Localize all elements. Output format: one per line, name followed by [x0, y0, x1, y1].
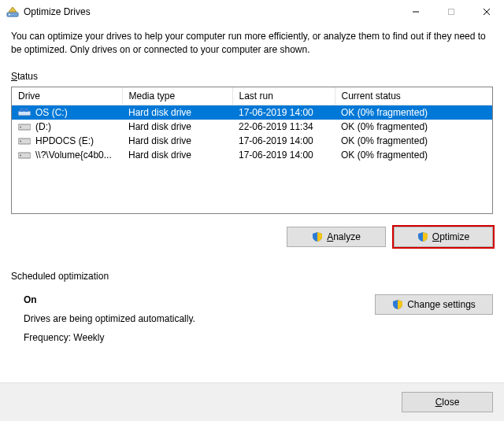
scheduled-optimization-box: On Drives are being optimized automatica…	[11, 286, 493, 351]
table-row[interactable]: \\?\Volume{c4b0...Hard disk drive17-06-2…	[12, 148, 492, 162]
scheduled-state: On	[24, 294, 375, 305]
scheduled-optimization-label: Scheduled optimization	[11, 271, 493, 282]
drive-name: \\?\Volume{c4b0...	[35, 150, 112, 161]
status-label: Status	[11, 71, 493, 82]
drive-lastrun: 22-06-2019 11:34	[232, 120, 335, 134]
description-text: You can optimize your drives to help you…	[11, 30, 493, 57]
analyze-label: Analyze	[327, 231, 361, 242]
svg-rect-3	[448, 9, 454, 15]
optimize-button[interactable]: Optimize	[394, 227, 493, 247]
minimize-button[interactable]	[398, 0, 433, 24]
drives-table-container: Drive Media type Last run Current status…	[11, 87, 493, 214]
col-lastrun[interactable]: Last run	[232, 87, 335, 105]
col-status[interactable]: Current status	[335, 87, 492, 105]
os-drive-icon	[18, 108, 31, 117]
drive-name: (D:)	[35, 121, 51, 132]
shield-icon	[392, 299, 403, 310]
svg-point-10	[20, 126, 21, 127]
drive-status: OK (0% fragmented)	[335, 105, 492, 120]
shield-icon	[312, 231, 323, 242]
hdd-drive-icon	[18, 150, 31, 160]
svg-point-1	[9, 14, 10, 16]
shield-icon	[417, 231, 428, 242]
scheduled-desc: Drives are being optimized automatically…	[24, 313, 375, 324]
window-controls	[398, 0, 504, 24]
col-media[interactable]: Media type	[122, 87, 232, 105]
analyze-button[interactable]: Analyze	[287, 227, 386, 247]
drive-media: Hard disk drive	[122, 105, 232, 120]
scheduled-info: On Drives are being optimized automatica…	[11, 294, 375, 351]
maximize-button	[433, 0, 469, 24]
window-title: Optimize Drives	[24, 6, 91, 17]
content-area: You can optimize your drives to help you…	[0, 24, 504, 382]
app-icon	[6, 6, 19, 18]
bottom-bar: Close	[0, 382, 504, 421]
close-button[interactable]: Close	[402, 392, 493, 412]
drive-media: Hard disk drive	[122, 120, 232, 134]
change-settings-button[interactable]: Change settings	[375, 294, 493, 315]
drive-media: Hard disk drive	[122, 148, 232, 162]
drive-lastrun: 17-06-2019 14:00	[232, 105, 335, 120]
drive-name: OS (C:)	[35, 107, 68, 118]
hdd-drive-icon	[18, 122, 31, 131]
svg-rect-7	[20, 108, 24, 112]
titlebar: Optimize Drives	[0, 0, 504, 24]
drive-media: Hard disk drive	[122, 134, 232, 148]
svg-rect-8	[24, 108, 28, 112]
close-label: Close	[435, 397, 460, 408]
close-window-button[interactable]	[469, 0, 504, 24]
scheduled-frequency: Frequency: Weekly	[24, 332, 375, 343]
drive-status: OK (0% fragmented)	[335, 148, 492, 162]
svg-point-14	[20, 154, 21, 156]
drive-status: OK (0% fragmented)	[335, 120, 492, 134]
svg-point-12	[20, 140, 21, 142]
drive-lastrun: 17-06-2019 14:00	[232, 148, 335, 162]
table-header-row[interactable]: Drive Media type Last run Current status	[12, 87, 492, 105]
table-row[interactable]: HPDOCS (E:)Hard disk drive17-06-2019 14:…	[12, 134, 492, 148]
change-settings-label: Change settings	[407, 299, 476, 310]
drive-actions: Analyze Optimize	[11, 227, 493, 247]
drive-status: OK (0% fragmented)	[335, 134, 492, 148]
drives-table[interactable]: Drive Media type Last run Current status…	[12, 87, 492, 162]
col-drive[interactable]: Drive	[12, 87, 122, 105]
drive-name: HPDOCS (E:)	[35, 135, 94, 146]
drive-lastrun: 17-06-2019 14:00	[232, 134, 335, 148]
optimize-label: Optimize	[432, 231, 469, 242]
table-row[interactable]: OS (C:)Hard disk drive17-06-2019 14:00OK…	[12, 105, 492, 120]
optimize-drives-window: Optimize Drives You can optimize your dr…	[0, 0, 504, 421]
hdd-drive-icon	[18, 136, 31, 146]
table-row[interactable]: (D:)Hard disk drive22-06-2019 11:34OK (0…	[12, 120, 492, 134]
